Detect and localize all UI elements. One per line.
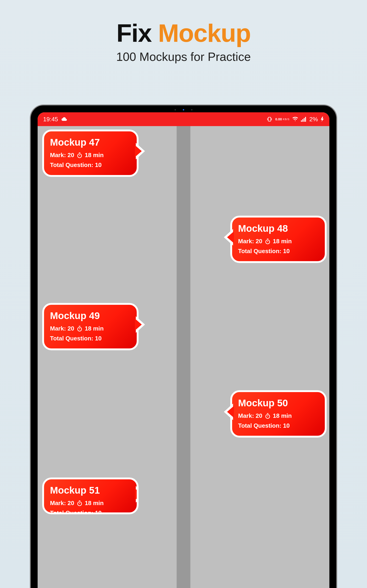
mockup-card[interactable]: Mockup 47Mark: 20 18 minTotal Question: … [42,130,139,177]
mockup-title: Mockup 47 [50,137,131,148]
mark-label: Mark: 20 [50,152,74,159]
svg-rect-3 [304,118,305,122]
stopwatch-icon [77,152,83,158]
status-time: 19:45 [43,116,58,123]
svg-point-6 [266,240,269,244]
wifi-icon [292,117,298,122]
mark-label: Mark: 20 [50,325,74,332]
stopwatch-icon [265,413,271,419]
svg-rect-0 [268,117,271,121]
mockup-mark-time: Mark: 20 18 min [238,412,319,419]
promo-title-black: Fix [116,19,158,47]
mockup-title: Mockup 50 [238,398,319,409]
promo-title: Fix Mockup [0,18,367,48]
signal-icon [301,117,307,122]
camera-dot [175,109,176,111]
stopwatch-icon [265,238,271,244]
mockup-total: Total Question: 10 [50,335,131,342]
kbs-value: 0.00 [275,118,282,121]
svg-rect-1 [301,120,302,122]
svg-rect-4 [305,117,306,122]
mark-label: Mark: 20 [238,238,262,245]
network-speed: 0.00 KB/S [275,118,290,121]
charging-icon [321,117,324,122]
mockup-total: Total Question: 10 [238,248,319,255]
stopwatch-icon [77,500,83,506]
stopwatch-icon [77,326,83,332]
time-label: 18 min [273,412,292,419]
mockup-title: Mockup 48 [238,223,319,234]
time-label: 18 min [85,500,104,507]
cloud-icon [61,117,68,121]
status-right: 0.00 KB/S 2% [267,116,324,123]
tablet-frame: 19:45 0.00 KB/S 2% Mockup 47Mark: 20 18 … [30,104,337,588]
time-label: 18 min [85,152,104,159]
mockup-card[interactable]: Mockup 50Mark: 20 18 minTotal Question: … [230,390,327,438]
promo-header: Fix Mockup 100 Mockups for Practice [0,0,367,64]
mockup-total: Total Question: 10 [50,162,131,169]
mockup-list[interactable]: Mockup 47Mark: 20 18 minTotal Question: … [38,126,329,588]
mockup-mark-time: Mark: 20 18 min [238,238,319,245]
mockup-card[interactable]: Mockup 51Mark: 20 18 minTotal Question: … [42,477,139,514]
mockup-total: Total Question: 10 [50,510,131,514]
mockup-title: Mockup 51 [50,485,131,496]
mockup-mark-time: Mark: 20 18 min [50,500,131,507]
svg-point-8 [266,414,269,418]
status-bar: 19:45 0.00 KB/S 2% [38,112,329,126]
sensor-dot [183,109,184,111]
app-screen: 19:45 0.00 KB/S 2% Mockup 47Mark: 20 18 … [38,112,329,588]
tablet-notch [163,109,204,111]
mockup-card[interactable]: Mockup 49Mark: 20 18 minTotal Question: … [42,303,139,350]
mockup-total: Total Question: 10 [238,422,319,429]
time-label: 18 min [85,325,104,332]
mockup-mark-time: Mark: 20 18 min [50,152,131,159]
vibrate-icon [267,116,273,122]
mark-label: Mark: 20 [50,500,74,507]
mockup-card[interactable]: Mockup 48Mark: 20 18 minTotal Question: … [230,216,327,263]
promo-subtitle: 100 Mockups for Practice [0,50,367,64]
mark-label: Mark: 20 [238,412,262,419]
kbs-unit: KB/S [283,118,290,120]
status-left: 19:45 [43,116,68,123]
mockup-title: Mockup 49 [50,310,131,321]
promo-title-orange: Mockup [158,19,251,47]
svg-point-7 [77,327,81,331]
mockup-mark-time: Mark: 20 18 min [50,325,131,332]
camera-dot [191,109,192,111]
svg-rect-2 [302,119,303,122]
battery-percent: 2% [309,116,318,123]
time-label: 18 min [273,238,292,245]
